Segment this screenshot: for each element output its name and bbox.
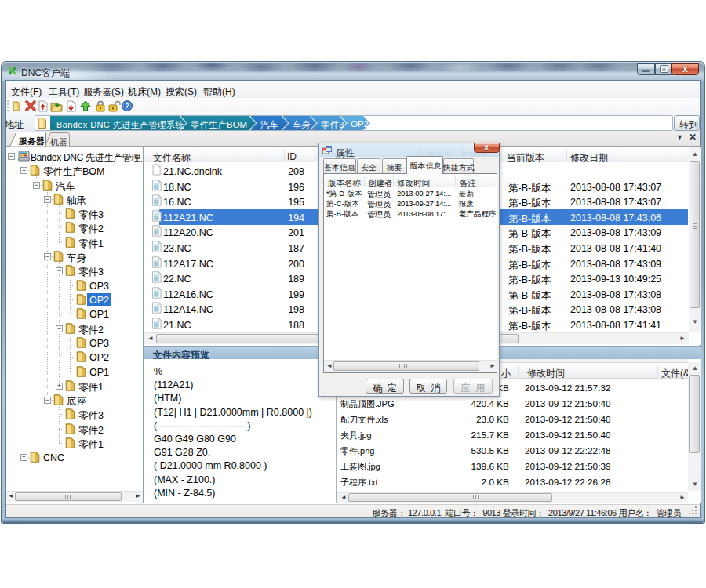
svg-text:?: ? <box>125 101 129 110</box>
